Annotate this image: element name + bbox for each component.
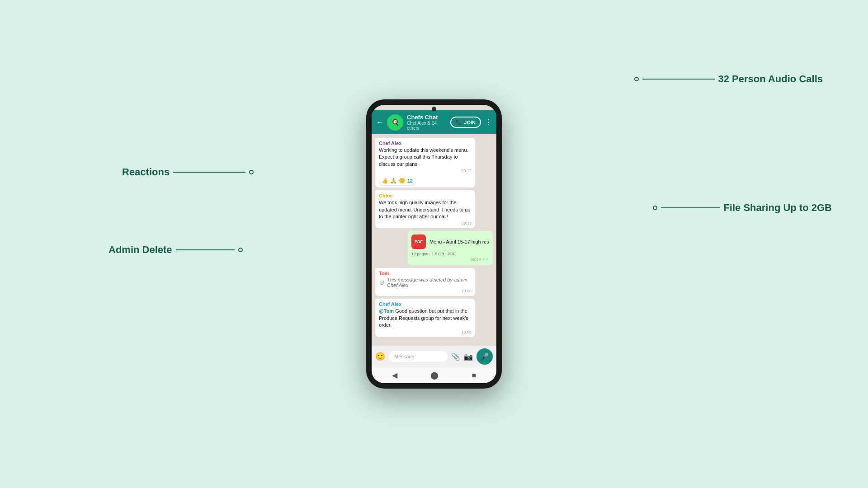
- reactions-dot: [249, 170, 254, 174]
- message-2: Chloe We took high quality images for th…: [375, 190, 475, 228]
- annotation-audio-calls: 32 Person Audio Calls: [634, 73, 823, 85]
- chat-info: Chefs Chat Chef Alex & 14 others: [407, 114, 447, 131]
- msg-time-1: 09:12: [379, 169, 472, 173]
- admin-delete-dot: [238, 248, 243, 252]
- chat-members: Chef Alex & 14 others: [407, 121, 447, 131]
- msg-text-1: Working to update this weekend's menu. E…: [379, 147, 472, 168]
- deleted-message: ⊘ This message was deleted by admin Chef…: [379, 277, 472, 288]
- group-avatar: 🍳: [387, 114, 403, 131]
- annotation-reactions: Reactions: [122, 166, 254, 178]
- message-5: Chef Alex @Tom Good question but put tha…: [375, 299, 475, 337]
- file-header: PDF Menu - April 15-17 high res: [411, 235, 489, 249]
- annotation-admin-delete: Admin Delete: [108, 244, 243, 256]
- emoji-button[interactable]: 🙂: [375, 352, 385, 361]
- sender-chef-alex: Chef Alex: [379, 141, 472, 146]
- file-sharing-line: [661, 207, 720, 208]
- msg-time-4: 10:06: [379, 289, 472, 293]
- audio-calls-line: [642, 79, 715, 80]
- message-3-file: PDF Menu - April 15-17 high res 12 pages…: [408, 231, 493, 265]
- chat-body: Chef Alex Working to update this weekend…: [372, 134, 496, 346]
- reactions-bar: 👍 🙏 🙂 12: [379, 177, 415, 185]
- msg-time-2: 09:33: [379, 221, 472, 225]
- reactions-line: [173, 172, 245, 173]
- annotation-audio-calls-label: 32 Person Audio Calls: [718, 73, 823, 85]
- msg-text-5: @Tom Good question but put that in the P…: [379, 308, 472, 328]
- phone-mockup: ← 🍳 Chefs Chat Chef Alex & 14 others 📞 J…: [366, 99, 502, 389]
- more-options-button[interactable]: ⋮: [485, 118, 492, 127]
- annotation-file-sharing-label: File Sharing Up to 2GB: [723, 202, 832, 214]
- deleted-icon: ⊘: [379, 279, 384, 286]
- message-4-deleted: Tom ⊘ This message was deleted by admin …: [375, 268, 475, 296]
- deleted-text: This message was deleted by admin Chef A…: [387, 277, 472, 288]
- msg-text-2: We took high quality images for the upda…: [379, 199, 472, 220]
- chat-name: Chefs Chat: [407, 114, 447, 121]
- pdf-icon: PDF: [411, 235, 426, 249]
- mention-tom: @Tom: [379, 308, 394, 314]
- annotation-file-sharing: File Sharing Up to 2GB: [653, 202, 832, 214]
- phone-screen: ← 🍳 Chefs Chat Chef Alex & 14 others 📞 J…: [372, 105, 496, 383]
- attach-button[interactable]: 📎: [451, 352, 460, 361]
- reaction-thumbsup: 👍: [382, 178, 388, 184]
- sender-chef-alex2: Chef Alex: [379, 301, 472, 307]
- nav-back-button[interactable]: ◀: [392, 371, 397, 380]
- join-label: JOIN: [464, 120, 476, 125]
- sender-chloe: Chloe: [379, 193, 472, 198]
- file-name: Menu - April 15-17 high res: [429, 239, 489, 244]
- reaction-pray: 🙏: [390, 178, 397, 184]
- msg-time-3: 09:34 ✓✓: [411, 257, 489, 262]
- admin-delete-line: [176, 249, 235, 250]
- sender-tom: Tom: [379, 271, 472, 276]
- annotation-reactions-label: Reactions: [122, 166, 170, 178]
- annotation-admin-delete-label: Admin Delete: [108, 244, 172, 256]
- reaction-count: 12: [407, 178, 413, 183]
- audio-calls-dot: [634, 77, 639, 81]
- message-1: Chef Alex Working to update this weekend…: [375, 138, 475, 188]
- message-input-bar: 🙂 Message 📎 📷 🎤: [372, 346, 496, 367]
- navigation-bar: ◀ ⬤ ■: [372, 367, 496, 383]
- back-button[interactable]: ←: [376, 118, 383, 127]
- message-input[interactable]: Message: [389, 351, 448, 362]
- msg-time-5: 10:06: [379, 330, 472, 334]
- mic-button[interactable]: 🎤: [476, 348, 493, 365]
- nav-home-button[interactable]: ⬤: [430, 371, 439, 380]
- file-meta: 12 pages · 1.8 GB · PDF: [411, 252, 489, 256]
- reaction-smile: 🙂: [399, 178, 406, 184]
- camera-button[interactable]: 📷: [464, 352, 473, 361]
- camera-notch: [432, 107, 436, 111]
- file-sharing-dot: [653, 206, 657, 210]
- file-info: Menu - April 15-17 high res: [429, 239, 489, 244]
- chat-header: ← 🍳 Chefs Chat Chef Alex & 14 others 📞 J…: [372, 110, 496, 134]
- phone-icon: 📞: [456, 119, 462, 125]
- nav-recent-button[interactable]: ■: [472, 371, 476, 380]
- ticks: ✓✓: [482, 257, 489, 262]
- join-button[interactable]: 📞 JOIN: [450, 117, 481, 128]
